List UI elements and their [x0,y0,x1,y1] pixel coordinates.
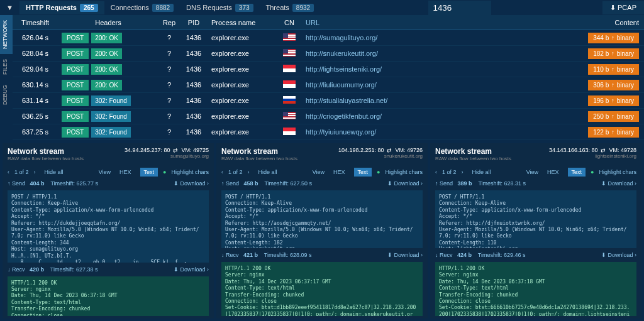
flag-icon [283,128,296,135]
cell-rep: ? [158,79,180,90]
download-button[interactable]: ⬇ Download › [174,266,209,273]
cell-time: 630.14 s [13,79,58,90]
sidetab-debug[interactable]: DEBUG [0,80,13,110]
send-body[interactable]: POST / HTTP/1.1 Connection: Keep-Alive C… [8,190,209,263]
tab-connections[interactable]: Connections8882 [104,1,180,14]
cell-content[interactable]: 182 b ↑ binary [497,46,644,61]
hex-button[interactable]: HEX [330,168,349,177]
stream-title: Network stream [435,147,511,156]
cell-url[interactable]: http://liuliuoumumy.org/ [302,79,497,90]
sidetab-files[interactable]: FILES [0,54,13,80]
cell-time: 629.04 s [13,63,58,75]
tab-threats[interactable]: Threats8932 [260,1,321,14]
recv-label[interactable]: ↓ Recv 421 b Timeshift: 628.09 s [221,252,312,258]
send-body[interactable]: POST / HTTP/1.1 Connection: Keep-Alive C… [221,190,423,248]
download-button[interactable]: ⬇ Download › [174,180,209,187]
table-row[interactable]: 628.04 s POST200: OK ? 1436 explorer.exe… [13,46,644,62]
stream-endpoint: 104.198.2.251: 80 ⇄ VM: 49726snukerukeut… [338,147,423,159]
hex-button[interactable]: HEX [116,168,135,177]
download-icon: ⬇ [610,4,618,11]
cell-flag [277,31,302,44]
cell-url[interactable]: http://sumagulituyo.org/ [302,32,497,43]
cell-content[interactable]: 344 b ↑ binary [497,31,644,45]
hide-all-button[interactable]: Hide all [255,168,281,177]
recv-label[interactable]: ↓ Recv 420 b Timeshift: 627.38 s [8,266,98,273]
table-row[interactable]: 630.14 s POST200: OK ? 1436 explorer.exe… [13,77,644,93]
col-cn[interactable]: CN [277,16,302,29]
text-button[interactable]: Text [354,168,372,177]
highlight-toggle[interactable]: ● [163,169,166,175]
col-url[interactable]: URL [302,16,497,29]
download-button[interactable]: ⬇ Download › [387,180,423,187]
cell-process: explorer.exe [208,48,277,59]
table-row[interactable]: 637.25 s POST302: Found ? 1436 explorer.… [13,124,644,140]
table-row[interactable]: 626.04 s POST200: OK ? 1436 explorer.exe… [13,30,644,46]
network-stream-panel: Network streamRAW data flow between two … [216,143,428,318]
pager-prev[interactable]: ‹ [221,169,223,175]
text-button[interactable]: Text [140,168,158,177]
cell-process: explorer.exe [208,63,277,75]
cell-url[interactable]: http://stualialuyastrelia.net/ [302,95,497,106]
cell-time: 631.14 s [13,95,58,106]
cell-content[interactable]: 306 b ↑ binary [497,78,644,92]
network-stream-panel: Network streamRAW data flow between two … [430,143,641,318]
pcap-button[interactable]: ⬇ PCAP [602,1,644,14]
recv-body[interactable]: HTTP/1.1 200 OK Server: nginx Date: Thu,… [8,276,209,316]
cell-flag [277,94,302,107]
send-label[interactable]: ↑ Send 404 b Timeshift: 625.77 s [8,180,98,187]
pager-prev[interactable]: ‹ [8,169,9,175]
recv-body[interactable]: HTTP/1.1 200 OK Server: nginx Date: Thu,… [221,262,423,316]
table-row[interactable]: 636.25 s POST302: Found ? 1436 explorer.… [13,109,644,124]
download-button[interactable]: ⬇ Download › [601,180,636,187]
cell-content[interactable]: 122 b ↑ binary [497,125,644,139]
col-pid[interactable]: PID [180,16,208,29]
cell-url[interactable]: http://tyiuiunuewqy.org/ [302,126,497,138]
hide-all-button[interactable]: Hide all [41,168,67,177]
hide-all-button[interactable]: Hide all [469,168,495,177]
cell-url[interactable]: http://lightseinsteniki.org/ [302,63,497,75]
flag-icon [283,112,296,119]
cell-flag [277,63,302,75]
pager-next[interactable]: › [34,169,36,175]
search-input[interactable] [428,1,491,15]
tab-http[interactable]: HTTP Requests265 [19,1,104,14]
highlight-toggle[interactable]: ● [591,169,594,175]
cell-content[interactable]: 196 b ↑ binary [497,94,644,108]
col-headers[interactable]: Headers [58,16,158,29]
cell-pid: 1436 [180,32,208,43]
table-row[interactable]: 629.04 s POST200: OK ? 1436 explorer.exe… [13,62,644,77]
text-button[interactable]: Text [568,168,586,177]
dropdown-toggle[interactable]: ▼ [0,1,19,14]
sidetab-network[interactable]: NETWORK [0,15,13,54]
recv-body[interactable]: HTTP/1.1 200 OK Server: nginx Date: Thu,… [435,262,636,316]
send-body[interactable]: POST / HTTP/1.1 Connection: Keep-Alive C… [435,190,636,248]
cell-headers: POST302: Found [58,109,158,124]
cell-content[interactable]: 110 b ↑ binary [497,62,644,77]
pager-next[interactable]: › [462,169,464,175]
cell-url[interactable]: http://criogetikfenbut.org/ [302,111,497,122]
send-label[interactable]: ↑ Send 458 b Timeshift: 627.50 s [221,180,312,187]
col-process[interactable]: Process name [208,16,277,29]
pager-prev[interactable]: ‹ [435,169,437,175]
cell-content[interactable]: 250 b ↑ binary [497,109,644,124]
table-row[interactable]: 631.14 s POST302: Found ? 1436 explorer.… [13,93,644,109]
col-timeshift[interactable]: Timeshift [13,16,58,29]
col-content[interactable]: Content [497,16,644,29]
send-label[interactable]: ↑ Send 389 b Timeshift: 628.31 s [435,180,526,187]
col-rep[interactable]: Rep [158,16,180,29]
recv-label[interactable]: ↓ Recv 424 b Timeshift: 629.46 s [435,252,526,258]
download-button[interactable]: ⬇ Download › [601,252,636,258]
tab-dns[interactable]: DNS Requests373 [180,1,259,14]
cell-rep: ? [158,126,180,138]
cell-headers: POST302: Found [58,94,158,108]
cell-pid: 1436 [180,126,208,138]
pager-next[interactable]: › [248,169,250,175]
upload-icon: ↑ [611,113,614,119]
hex-button[interactable]: HEX [543,168,563,177]
highlight-toggle[interactable]: ● [377,169,380,175]
cell-process: explorer.exe [208,32,277,43]
cell-rep: ? [158,48,180,59]
upload-icon: ↑ [611,82,614,88]
cell-url[interactable]: http://snukerukeutit.org/ [302,48,497,59]
download-button[interactable]: ⬇ Download › [387,252,423,258]
